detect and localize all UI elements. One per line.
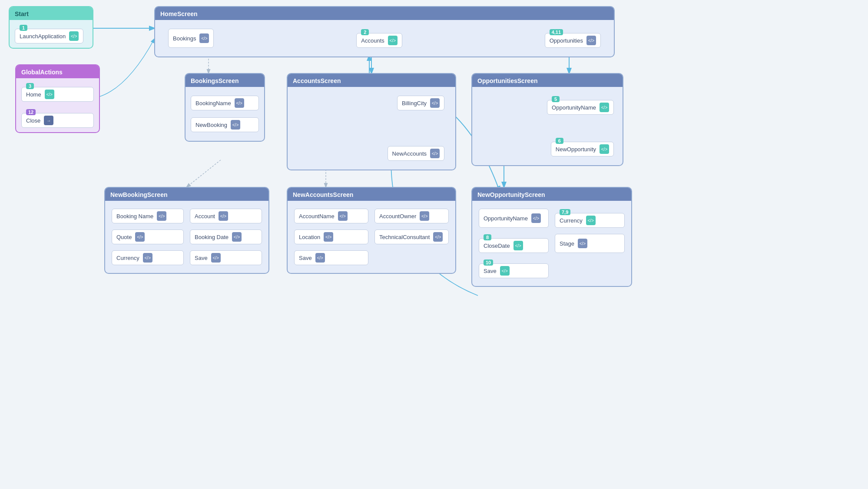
badge-6: 6 [556, 138, 563, 144]
new-accounts-screen-body: AccountName </> AccountOwner </> Locatio… [288, 201, 455, 273]
newaccounts-label: NewAccounts [392, 150, 427, 157]
stage-item[interactable]: Stage </> [555, 234, 625, 253]
opportunities-label: Opportunities [550, 37, 583, 44]
currency-opp-icon: </> [586, 216, 596, 225]
currency-new-icon: </> [143, 253, 152, 263]
closedate-label: CloseDate [484, 243, 510, 249]
accountowner-icon: </> [420, 211, 429, 221]
home-label: Home [26, 91, 41, 98]
stage-label: Stage [560, 240, 574, 247]
save-newaccounts-label: Save [299, 255, 312, 261]
bookingdate-new-label: Booking Date [195, 234, 229, 240]
technicalconsultant-item[interactable]: TechnicalConsultant </> [374, 230, 449, 244]
newbooking-item[interactable]: NewBooking </> [191, 117, 259, 132]
opportunityname-icon: </> [600, 103, 609, 112]
newopportunity-item[interactable]: 6 NewOpportunity </> [551, 142, 614, 156]
accounts-screen-body: BillingCity </> NewAccounts </> [288, 87, 455, 170]
new-opportunity-screen-node: NewOpportunityScreen OpportunityName </>… [471, 187, 632, 287]
accountowner-item[interactable]: AccountOwner </> [374, 209, 449, 223]
home-screen-body: Bookings </> 2 Accounts </> 4,11 Opportu… [155, 20, 614, 57]
opportunityname-item[interactable]: 5 OpportunityName </> [547, 100, 614, 115]
bookingname-label: BookingName [195, 100, 231, 106]
quote-new-item[interactable]: Quote </> [112, 230, 184, 244]
closedate-icon: </> [514, 241, 523, 250]
opportunities-icon: </> [586, 36, 596, 45]
launch-application-item[interactable]: 1 LaunchApplication </> [15, 29, 83, 43]
bookingname-new-icon: </> [157, 211, 166, 221]
bookingname-new-item[interactable]: Booking Name </> [112, 209, 184, 223]
new-accounts-screen-header: NewAccountsScreen [288, 188, 455, 201]
opportunities-screen-header: OpportunitiesScreen [472, 74, 623, 87]
save-newbooking-icon: </> [211, 253, 221, 263]
launch-application-label: LaunchApplication [20, 33, 66, 40]
close-item[interactable]: 12 Close → [21, 113, 94, 128]
account-new-item[interactable]: Account </> [190, 209, 262, 223]
bookingdate-new-icon: </> [232, 232, 242, 242]
accountname-label: AccountName [299, 213, 335, 220]
badge-4-11: 4,11 [550, 29, 563, 35]
accountowner-label: AccountOwner [379, 213, 416, 220]
bookings-screen-header: BookingsScreen [186, 74, 264, 87]
close-label: Close [26, 117, 40, 124]
accountname-icon: </> [338, 211, 348, 221]
global-actions-node: GlobalActions 3 Home </> 12 Close → [15, 64, 100, 133]
start-node: Start 1 LaunchApplication </> [9, 6, 93, 49]
launch-application-icon: </> [69, 31, 79, 41]
new-accounts-screen-node: NewAccountsScreen AccountName </> Accoun… [287, 187, 456, 274]
bookings-item[interactable]: Bookings </> [168, 29, 214, 48]
newaccounts-item[interactable]: NewAccounts </> [388, 146, 444, 161]
bookings-screen-body: BookingName </> NewBooking </> [186, 87, 264, 141]
save-newbooking-item[interactable]: Save </> [190, 250, 262, 265]
badge-7-9: 7,9 [560, 209, 570, 215]
closedate-item[interactable]: 8 CloseDate </> [479, 238, 549, 253]
new-booking-screen-node: NewBookingScreen Booking Name </> Accoun… [104, 187, 269, 274]
accounts-item[interactable]: 2 Accounts </> [356, 33, 402, 48]
newaccounts-icon: </> [430, 149, 440, 158]
new-opportunity-screen-body: OpportunityName </> 7,9 Currency </> 8 C… [472, 201, 631, 286]
home-icon: </> [45, 90, 54, 99]
bookingdate-new-item[interactable]: Booking Date </> [190, 230, 262, 244]
opportunityname-new-label: OpportunityName [484, 215, 528, 222]
account-new-icon: </> [219, 211, 228, 221]
bookingname-new-label: Booking Name [116, 213, 153, 220]
bookingname-icon: </> [235, 98, 244, 108]
newbooking-label: NewBooking [195, 122, 227, 128]
location-item[interactable]: Location </> [294, 230, 368, 244]
billingcity-icon: </> [430, 98, 440, 108]
save-newaccounts-icon: </> [315, 253, 325, 263]
location-icon: </> [324, 232, 333, 242]
opportunities-screen-node: OpportunitiesScreen 5 OpportunityName </… [471, 73, 623, 166]
save-opp-item[interactable]: 10 Save </> [479, 263, 549, 278]
start-node-body: 1 LaunchApplication </> [10, 20, 93, 48]
billingcity-label: BillingCity [402, 100, 427, 106]
home-item[interactable]: 3 Home </> [21, 87, 94, 102]
currency-opp-item[interactable]: 7,9 Currency </> [555, 213, 625, 228]
accounts-icon: </> [388, 36, 398, 45]
badge-1: 1 [20, 25, 27, 31]
technicalconsultant-label: TechnicalConsultant [379, 234, 430, 240]
global-actions-body: 3 Home </> 12 Close → [16, 78, 99, 132]
new-opportunity-screen-header: NewOpportunityScreen [472, 188, 631, 201]
badge-8: 8 [484, 234, 491, 240]
quote-new-icon: </> [135, 232, 145, 242]
accountname-item[interactable]: AccountName </> [294, 209, 368, 223]
accounts-screen-header: AccountsScreen [288, 74, 455, 87]
badge-3: 3 [26, 83, 34, 89]
currency-new-label: Currency [116, 255, 139, 261]
global-actions-header: GlobalActions [16, 65, 99, 78]
save-newaccounts-item[interactable]: Save </> [294, 250, 368, 265]
badge-5: 5 [552, 96, 560, 102]
quote-new-label: Quote [116, 234, 132, 240]
account-new-label: Account [195, 213, 215, 220]
currency-new-item[interactable]: Currency </> [112, 250, 184, 265]
bookingname-item[interactable]: BookingName </> [191, 96, 259, 110]
opportunityname-new-item[interactable]: OpportunityName </> [479, 209, 549, 228]
billingcity-item[interactable]: BillingCity </> [397, 96, 444, 110]
close-icon: → [44, 116, 53, 125]
start-node-header: Start [10, 7, 93, 20]
accounts-label: Accounts [361, 37, 384, 44]
opportunityname-new-icon: </> [531, 213, 541, 223]
newopportunity-icon: </> [600, 144, 609, 154]
opportunities-item[interactable]: 4,11 Opportunities </> [545, 33, 601, 48]
badge-12: 12 [26, 109, 36, 115]
